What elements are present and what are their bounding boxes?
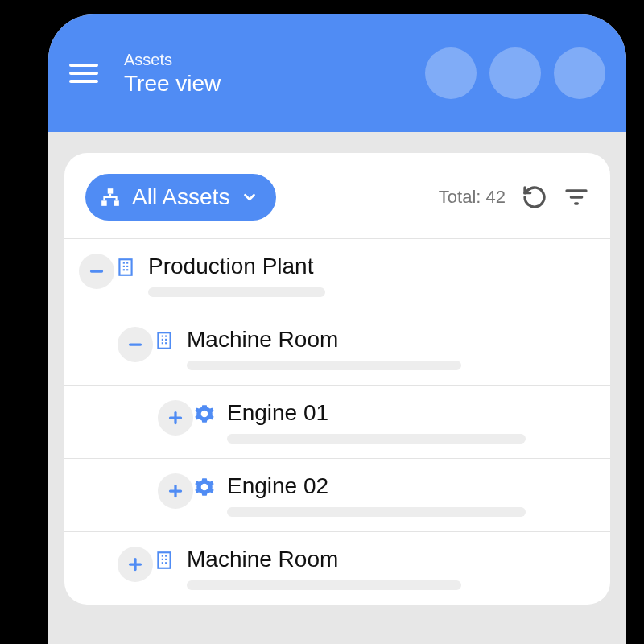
- tree-item-label: Engine 02: [227, 473, 591, 499]
- collapse-button[interactable]: [118, 327, 153, 362]
- tree-row[interactable]: Machine Room: [64, 531, 610, 605]
- gear-icon: [193, 403, 216, 424]
- tree-item-label: Production Plant: [148, 254, 591, 279]
- tree-row[interactable]: Production Plant: [64, 238, 610, 312]
- tree-row[interactable]: Machine Room: [64, 312, 610, 385]
- total-label: Total: 42: [439, 187, 506, 208]
- action-placeholder-3[interactable]: [554, 47, 605, 99]
- plus-icon: [125, 554, 146, 575]
- action-placeholder-2[interactable]: [489, 47, 541, 99]
- skeleton-line: [187, 580, 461, 590]
- minus-icon: [125, 334, 146, 355]
- plus-icon: [165, 407, 186, 428]
- collapse-button[interactable]: [79, 254, 114, 289]
- building-icon: [153, 550, 175, 571]
- tree-row[interactable]: Engine 02: [64, 458, 610, 531]
- expand-button[interactable]: [158, 400, 193, 436]
- skeleton-line: [148, 287, 325, 297]
- action-placeholder-1[interactable]: [425, 47, 477, 99]
- device-frame: Assets Tree view All Assets: [48, 14, 626, 644]
- asset-filter-label: All Assets: [132, 184, 229, 210]
- chevron-down-icon: [241, 188, 258, 206]
- refresh-icon: [522, 184, 547, 210]
- plus-icon: [165, 481, 186, 502]
- gear-icon: [193, 477, 216, 497]
- svg-rect-2: [114, 200, 119, 206]
- minus-icon: [86, 261, 107, 282]
- tree-card: All Assets Total: 42: [64, 153, 610, 605]
- tree-item-label: Machine Room: [187, 547, 591, 572]
- skeleton-line: [227, 507, 526, 517]
- expand-button[interactable]: [118, 547, 153, 582]
- asset-filter-dropdown[interactable]: All Assets: [85, 174, 276, 221]
- app-bar-subtitle: Assets: [124, 51, 409, 69]
- building-icon: [153, 330, 175, 351]
- svg-rect-0: [108, 188, 114, 194]
- app-bar-titles: Assets Tree view: [124, 51, 409, 97]
- skeleton-line: [227, 434, 526, 444]
- building-icon: [114, 257, 137, 278]
- svg-rect-1: [101, 200, 107, 206]
- card-toolbar: All Assets Total: 42: [64, 174, 610, 238]
- filter-icon: [564, 184, 589, 210]
- tree-row[interactable]: Engine 01: [64, 385, 610, 458]
- expand-button[interactable]: [158, 473, 193, 509]
- app-bar-title: Tree view: [124, 71, 409, 97]
- tree-list: Production Plant Machine Room Engine 0: [64, 238, 610, 605]
- tree-item-label: Machine Room: [187, 327, 591, 353]
- svg-rect-28: [158, 552, 170, 568]
- tree-item-label: Engine 01: [227, 400, 591, 426]
- skeleton-line: [187, 361, 461, 370]
- menu-icon[interactable]: [69, 57, 101, 89]
- svg-rect-7: [119, 259, 131, 275]
- svg-rect-15: [158, 332, 170, 349]
- app-bar: Assets Tree view: [48, 14, 626, 132]
- refresh-button[interactable]: [522, 184, 547, 210]
- sitemap-icon: [100, 187, 121, 208]
- filter-button[interactable]: [564, 184, 589, 210]
- app-bar-actions: [425, 47, 605, 99]
